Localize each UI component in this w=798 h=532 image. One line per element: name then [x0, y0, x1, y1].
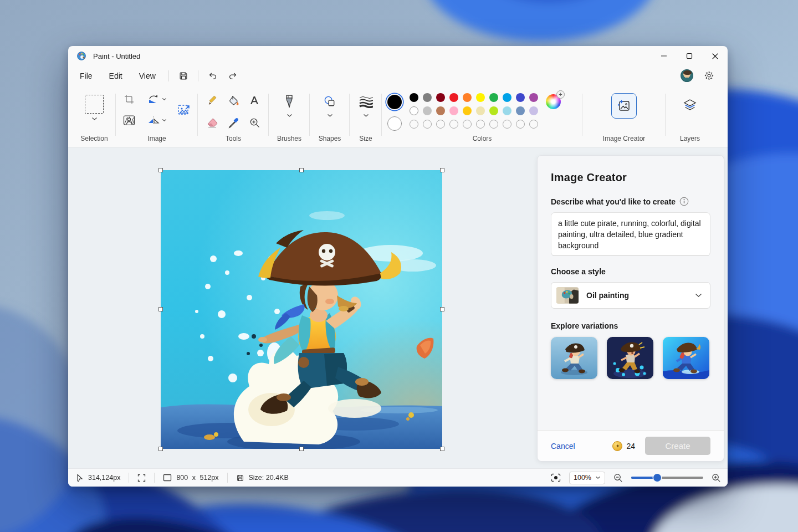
flip-button[interactable]	[147, 113, 167, 127]
remove-background-button[interactable]	[123, 113, 135, 127]
color-swatch[interactable]	[423, 93, 432, 102]
minimize-button[interactable]	[651, 46, 677, 66]
variation-thumbnail-1[interactable]	[551, 337, 597, 379]
color-swatch[interactable]	[436, 93, 445, 102]
zoom-slider[interactable]	[631, 474, 703, 482]
pencil-tool-button[interactable]	[203, 91, 222, 110]
color-swatch[interactable]	[503, 106, 511, 115]
selection-handle-w[interactable]	[158, 307, 163, 311]
redo-button[interactable]	[223, 68, 243, 84]
group-label-colors: Colors	[382, 135, 582, 142]
color-swatch[interactable]	[476, 93, 485, 102]
settings-button[interactable]	[699, 68, 719, 84]
menu-view[interactable]: View	[131, 69, 164, 83]
foreground-color-swatch[interactable]	[387, 95, 402, 109]
zoom-in-button[interactable]	[712, 473, 721, 483]
color-swatch[interactable]	[463, 93, 472, 102]
empty-color-swatch[interactable]	[423, 120, 432, 129]
color-swatch[interactable]	[529, 106, 538, 115]
fit-to-screen-icon[interactable]	[551, 473, 561, 482]
empty-color-swatch[interactable]	[503, 120, 511, 129]
fill-tool-button[interactable]	[224, 91, 243, 110]
zoom-slider-thumb[interactable]	[653, 474, 661, 482]
style-dropdown[interactable]: Oil painting	[551, 282, 710, 309]
empty-color-swatch[interactable]	[410, 120, 418, 129]
color-swatch[interactable]	[436, 106, 445, 115]
selection-handle-n[interactable]	[299, 168, 304, 172]
resize-image-button[interactable]	[172, 92, 197, 127]
style-value: Oil painting	[586, 291, 629, 300]
resize-image-icon	[177, 103, 192, 117]
selection-handle-se[interactable]	[440, 447, 444, 451]
brushes-dropdown[interactable]	[287, 114, 293, 117]
color-swatch[interactable]	[529, 93, 538, 102]
shapes-icon	[323, 95, 337, 109]
color-swatch[interactable]	[423, 106, 432, 115]
color-palette	[410, 93, 538, 129]
layers-button[interactable]	[682, 98, 698, 113]
empty-color-swatch[interactable]	[476, 120, 485, 129]
color-swatch[interactable]	[463, 106, 472, 115]
empty-color-swatch[interactable]	[489, 120, 498, 129]
edit-colors-button[interactable]: +	[546, 94, 561, 109]
selection-tool-icon[interactable]	[85, 95, 104, 114]
selection-handle-e[interactable]	[440, 307, 444, 311]
close-icon	[712, 53, 719, 60]
color-picker-tool-button[interactable]	[224, 113, 243, 132]
create-button[interactable]: Create	[645, 437, 710, 455]
eraser-tool-button[interactable]	[203, 113, 222, 132]
variation-thumbnail-2[interactable]	[607, 337, 653, 379]
empty-color-swatch[interactable]	[516, 120, 525, 129]
save-button[interactable]	[173, 68, 193, 84]
color-swatch[interactable]	[449, 106, 458, 115]
shapes-button[interactable]	[323, 93, 337, 110]
empty-color-swatch[interactable]	[449, 120, 458, 129]
color-swatch[interactable]	[503, 93, 511, 102]
color-swatch[interactable]	[476, 106, 485, 115]
color-swatch[interactable]	[489, 106, 498, 115]
flip-icon	[147, 115, 160, 126]
user-avatar[interactable]	[681, 69, 693, 82]
brush-icon	[284, 94, 295, 109]
variation-thumbnail-3[interactable]	[663, 337, 709, 379]
brushes-button[interactable]	[284, 93, 295, 110]
window-title: Paint - Untitled	[93, 52, 140, 60]
color-swatch[interactable]	[489, 93, 498, 102]
selection-handle-s[interactable]	[299, 447, 304, 451]
zoom-level-select[interactable]: 100%	[569, 472, 605, 484]
rotate-icon	[147, 94, 160, 105]
magnifier-tool-button[interactable]	[245, 113, 264, 132]
selection-dropdown[interactable]	[91, 117, 98, 121]
image-creator-button[interactable]	[611, 93, 637, 119]
selection-handle-ne[interactable]	[440, 168, 444, 172]
background-color-swatch[interactable]	[387, 116, 402, 131]
empty-color-swatch[interactable]	[463, 120, 472, 129]
close-button[interactable]	[702, 46, 728, 66]
empty-color-swatch[interactable]	[529, 120, 538, 129]
color-swatch[interactable]	[516, 106, 525, 115]
empty-color-swatch[interactable]	[436, 120, 445, 129]
cancel-button[interactable]: Cancel	[551, 442, 575, 451]
color-swatch[interactable]	[516, 93, 525, 102]
save-icon	[178, 71, 188, 81]
selection-handle-nw[interactable]	[158, 168, 163, 172]
rotate-button[interactable]	[147, 92, 167, 106]
color-swatch[interactable]	[410, 106, 418, 115]
crop-button[interactable]	[124, 92, 135, 106]
menu-file[interactable]: File	[71, 69, 101, 83]
text-tool-button[interactable]	[245, 91, 264, 110]
size-button[interactable]	[359, 93, 373, 110]
canvas-image[interactable]	[161, 170, 442, 449]
maximize-button[interactable]	[677, 46, 702, 66]
undo-button[interactable]	[203, 68, 223, 84]
zoom-out-button[interactable]	[613, 473, 623, 483]
info-icon[interactable]	[679, 197, 689, 206]
menu-edit[interactable]: Edit	[101, 69, 131, 83]
size-dropdown[interactable]	[363, 114, 369, 117]
color-swatch[interactable]	[449, 93, 458, 102]
shapes-dropdown[interactable]	[327, 114, 333, 117]
selection-handle-sw[interactable]	[158, 447, 163, 451]
color-swatch[interactable]	[410, 93, 418, 102]
style-label: Choose a style	[551, 267, 710, 276]
prompt-input[interactable]: a little cute pirate, running, colorful,…	[551, 212, 710, 256]
